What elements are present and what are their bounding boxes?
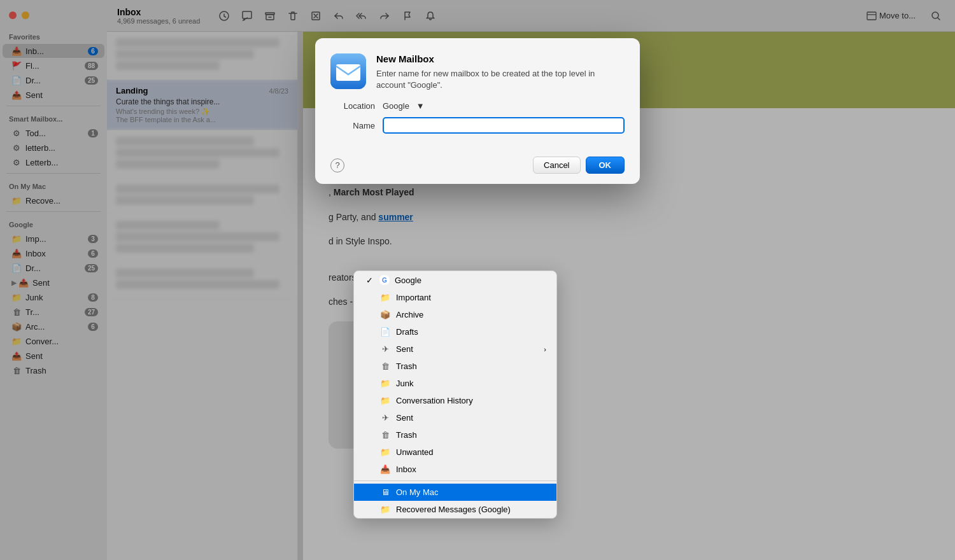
dropdown-item-unwanted[interactable]: 📁 Unwanted [354,444,556,461]
dialog-top: New Mailbox Enter name for new mailbox t… [315,38,640,101]
dropdown-item-google[interactable]: ✓ G Google [354,271,556,289]
new-mailbox-dialog: New Mailbox Enter name for new mailbox t… [315,38,640,184]
dropdown-item-junk[interactable]: 📁 Junk [354,375,556,392]
dropdown-inbox-label: Inbox [396,465,416,474]
location-label: Location [330,101,375,111]
dropdown-recovered-label: Recovered Messages (Google) [396,505,511,514]
location-value: Google ▼ [383,101,625,111]
inbox-icon: 📥 [379,465,391,474]
dropdown-separator [354,480,556,481]
dropdown-unwanted-label: Unwanted [396,447,434,457]
drafts-icon: 📄 [379,327,391,337]
check-icon: ✓ [364,276,374,285]
google-icon: G [379,275,390,285]
dropdown-on-my-mac-label: On My Mac [396,487,438,497]
dropdown-item-important[interactable]: 📁 Important [354,289,556,306]
dropdown-item-sent[interactable]: ✈ Sent › [354,340,556,358]
dropdown-item-trash[interactable]: 🗑 Trash [354,358,556,375]
dialog-title: New Mailbox [376,53,625,64]
archive-icon: 📦 [379,310,391,319]
sent2-icon: ✈ [379,413,391,423]
dropdown-item-inbox[interactable]: 📥 Inbox [354,461,556,478]
dialog-subtitle: Enter name for new mailbox to be created… [376,68,625,91]
trash-icon: 🗑 [379,361,391,371]
dropdown-sent2-label: Sent [396,413,413,423]
help-button[interactable]: ? [330,158,344,172]
dialog-icon [330,53,366,89]
conv-history-icon: 📁 [379,396,391,405]
dropdown-item-recovered[interactable]: 📁 Recovered Messages (Google) [354,501,556,518]
dropdown-sent-label: Sent [396,344,413,354]
mail-icon-svg [330,53,366,89]
mail-app-icon [330,53,366,89]
dropdown-archive-label: Archive [396,310,423,319]
cancel-button[interactable]: Cancel [533,157,580,174]
modal-overlay: New Mailbox Enter name for new mailbox t… [0,0,955,560]
dropdown-item-archive[interactable]: 📦 Archive [354,306,556,323]
sent-icon: ✈ [379,344,391,354]
recovered-icon: 📁 [379,505,391,514]
dropdown-item-trash2[interactable]: 🗑 Trash [354,426,556,444]
dropdown-drafts-label: Drafts [396,327,418,337]
dropdown-important-label: Important [396,293,431,302]
unwanted-icon: 📁 [379,447,391,457]
folder-icon: 📁 [379,293,391,302]
dropdown-item-drafts[interactable]: 📄 Drafts [354,323,556,340]
dialog-actions: Cancel OK [533,157,625,174]
chevron-right-icon: › [544,346,546,353]
dialog-title-area: New Mailbox Enter name for new mailbox t… [376,53,625,91]
location-row: Location Google ▼ [330,101,625,111]
dropdown-trash2-label: Trash [396,430,417,440]
dialog-body: Location Google ▼ Name [315,101,640,150]
name-label: Name [330,121,375,130]
name-input[interactable] [383,117,625,134]
junk-icon: 📁 [379,379,391,388]
name-row: Name [330,117,625,134]
svg-rect-10 [336,64,360,81]
trash2-icon: 🗑 [379,430,391,440]
ok-button[interactable]: OK [586,157,625,174]
dropdown-item-conv-history[interactable]: 📁 Conversation History [354,392,556,409]
computer-icon: 🖥 [379,487,391,497]
location-dropdown: ✓ G Google 📁 Important 📦 Archive 📄 Draft… [353,270,557,519]
dropdown-trash-label: Trash [396,361,417,371]
dropdown-item-sent2[interactable]: ✈ Sent [354,409,556,426]
dropdown-item-on-my-mac[interactable]: 🖥 On My Mac [354,484,556,501]
dropdown-junk-label: Junk [396,379,413,388]
dropdown-google-label: Google [395,276,421,285]
dialog-footer: ? Cancel OK [315,150,640,184]
dropdown-conv-history-label: Conversation History [396,396,473,405]
